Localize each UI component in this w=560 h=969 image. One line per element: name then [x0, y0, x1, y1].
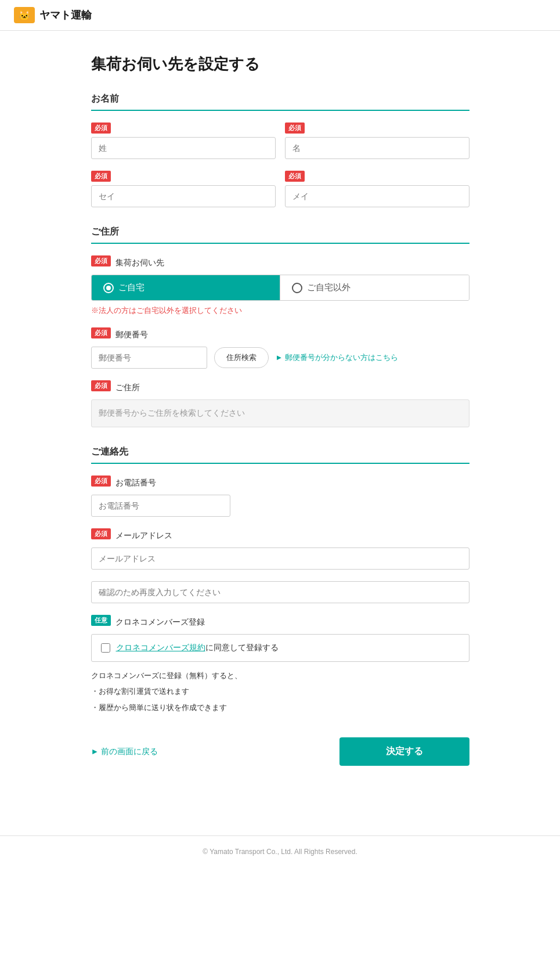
- membership-info: クロネコメンバーズに登録（無料）すると、 ・お得な割引運賃で送れます ・履歴から…: [91, 669, 469, 714]
- address-label: ご住所: [115, 383, 140, 393]
- radio-option-home[interactable]: ご自宅: [92, 275, 280, 300]
- pickup-label: 集荷お伺い先: [115, 258, 164, 268]
- last-name-kana-field: 必須: [91, 171, 276, 207]
- section-heading-contact: ご連絡先: [91, 446, 469, 464]
- postal-help-link[interactable]: 郵便番号が分からない方はこちら: [276, 352, 398, 363]
- page-title: 集荷お伺い先を設定する: [91, 54, 469, 74]
- email-label: メールアドレス: [115, 531, 172, 541]
- back-link[interactable]: 前の画面に戻る: [91, 747, 158, 757]
- member-info-line3: ・履歴から簡単に送り状を作成できます: [91, 701, 469, 714]
- phone-label-row: 必須 お電話番号: [91, 476, 469, 490]
- postal-label: 郵便番号: [115, 330, 148, 340]
- name-row-kana: 必須 必須: [91, 171, 469, 207]
- radio-label-other: ご自宅以外: [307, 282, 351, 293]
- membership-group: 任意 クロネコメンバーズ登録 クロネコメンバーズ規約に同意して登録する クロネコ…: [91, 615, 469, 714]
- first-name-input[interactable]: [285, 137, 469, 159]
- phone-group: 必須 お電話番号: [91, 476, 469, 517]
- membership-checkbox-area: クロネコメンバーズ規約に同意して登録する: [91, 634, 469, 662]
- main-content: 集荷お伺い先を設定する お名前 必須 必須 必須 必須 ご住所 必須 集荷お伺い…: [77, 31, 483, 801]
- membership-checkbox-text: クロネコメンバーズ規約に同意して登録する: [116, 643, 279, 653]
- address-search-button[interactable]: 住所検索: [214, 347, 269, 368]
- address-label-row: 必須 ご住所: [91, 380, 469, 395]
- radio-label-home: ご自宅: [118, 282, 144, 293]
- membership-checkbox[interactable]: [101, 643, 110, 653]
- first-name-kana-badge: 必須: [285, 171, 305, 182]
- first-name-kana-input[interactable]: [285, 185, 469, 207]
- email-confirm-group: [91, 581, 469, 603]
- pickup-label-row: 必須 集荷お伺い先: [91, 255, 469, 270]
- last-name-kana-badge: 必須: [91, 171, 111, 182]
- radio-option-other[interactable]: ご自宅以外: [280, 275, 469, 300]
- pickup-radio-group: ご自宅 ご自宅以外: [91, 275, 469, 301]
- address-badge: 必須: [91, 380, 111, 391]
- postal-group: 必須 郵便番号 住所検索 郵便番号が分からない方はこちら: [91, 327, 469, 369]
- last-name-field: 必須: [91, 123, 276, 159]
- membership-badge: 任意: [91, 615, 111, 626]
- header: 🐱 ヤマト運輸: [0, 0, 560, 31]
- pickup-badge: 必須: [91, 255, 111, 266]
- radio-circle-other: [292, 283, 302, 293]
- last-name-kana-input[interactable]: [91, 185, 276, 207]
- radio-circle-home: [103, 283, 114, 293]
- first-name-kana-field: 必須: [285, 171, 469, 207]
- membership-label: クロネコメンバーズ登録: [115, 617, 205, 628]
- logo-icon: 🐱: [14, 7, 35, 23]
- first-name-badge: 必須: [285, 123, 305, 134]
- email-input[interactable]: [91, 547, 469, 570]
- phone-badge: 必須: [91, 476, 111, 487]
- footer-copyright: © Yamato Transport Co., Ltd. All Rights …: [203, 848, 357, 856]
- email-label-row: 必須 メールアドレス: [91, 528, 469, 543]
- bottom-actions: 前の画面に戻る 決定する: [91, 737, 469, 766]
- phone-label: お電話番号: [115, 478, 156, 488]
- name-row-kanji: 必須 必須: [91, 123, 469, 159]
- last-name-badge: 必須: [91, 123, 111, 134]
- email-badge: 必須: [91, 528, 111, 539]
- member-info-line1: クロネコメンバーズに登録（無料）すると、: [91, 669, 469, 682]
- phone-input[interactable]: [91, 495, 230, 517]
- svg-text:🐱: 🐱: [19, 10, 30, 21]
- postal-label-row: 必須 郵便番号: [91, 327, 469, 342]
- membership-label-row: 任意 クロネコメンバーズ登録: [91, 615, 469, 629]
- logo-area: 🐱 ヤマト運輸: [14, 7, 92, 23]
- pickup-group: 必須 集荷お伺い先 ご自宅 ご自宅以外 ※法人の方はご自宅以外を選択してください: [91, 255, 469, 316]
- email-confirm-input[interactable]: [91, 581, 469, 603]
- email-group: 必須 メールアドレス: [91, 528, 469, 570]
- last-name-input[interactable]: [91, 137, 276, 159]
- member-info-line2: ・お得な割引運賃で送れます: [91, 685, 469, 698]
- postal-input[interactable]: [91, 347, 207, 369]
- section-heading-address: ご住所: [91, 226, 469, 244]
- logo-text: ヤマト運輸: [39, 8, 92, 22]
- first-name-field: 必須: [285, 123, 469, 159]
- section-heading-name: お名前: [91, 93, 469, 111]
- membership-terms-link[interactable]: クロネコメンバーズ規約: [116, 643, 205, 652]
- corporate-notice: ※法人の方はご自宅以外を選択してください: [91, 305, 469, 316]
- postal-badge: 必須: [91, 327, 111, 338]
- footer: © Yamato Transport Co., Ltd. All Rights …: [0, 835, 560, 867]
- address-group: 必須 ご住所 郵便番号からご住所を検索してください: [91, 380, 469, 427]
- postal-row: 住所検索 郵便番号が分からない方はこちら: [91, 347, 469, 369]
- address-display: 郵便番号からご住所を検索してください: [91, 399, 469, 427]
- confirm-button[interactable]: 決定する: [339, 737, 469, 766]
